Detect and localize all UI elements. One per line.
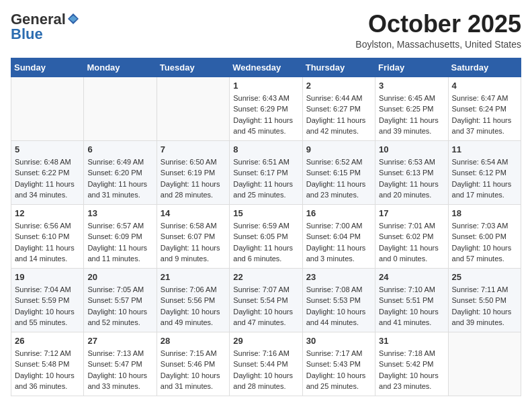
day-info: Sunrise: 7:10 AMSunset: 5:51 PMDaylight:… bbox=[379, 284, 444, 328]
weekday-header: Wednesday bbox=[230, 58, 302, 77]
weekday-header-row: SundayMondayTuesdayWednesdayThursdayFrid… bbox=[11, 58, 521, 77]
calendar-cell: 13Sunrise: 6:57 AMSunset: 6:09 PMDayligh… bbox=[84, 204, 157, 268]
daylight-text: Daylight: 10 hours and 44 minutes. bbox=[306, 306, 371, 328]
daylight-text: Daylight: 10 hours and 36 minutes. bbox=[15, 370, 80, 392]
sunrise-text: Sunrise: 6:51 AM bbox=[233, 156, 298, 168]
calendar-cell: 17Sunrise: 7:01 AMSunset: 6:02 PMDayligh… bbox=[375, 204, 448, 268]
calendar-cell: 11Sunrise: 6:54 AMSunset: 6:12 PMDayligh… bbox=[448, 140, 521, 204]
calendar-cell: 10Sunrise: 6:53 AMSunset: 6:13 PMDayligh… bbox=[375, 140, 448, 204]
daylight-text: Daylight: 10 hours and 28 minutes. bbox=[233, 370, 298, 392]
sunrise-text: Sunrise: 7:11 AM bbox=[452, 284, 517, 295]
day-number: 17 bbox=[379, 208, 444, 218]
day-info: Sunrise: 7:05 AMSunset: 5:57 PMDaylight:… bbox=[87, 284, 152, 328]
calendar-cell: 27Sunrise: 7:13 AMSunset: 5:47 PMDayligh… bbox=[84, 332, 157, 396]
weekday-header: Tuesday bbox=[157, 58, 229, 77]
daylight-text: Daylight: 10 hours and 33 minutes. bbox=[87, 370, 152, 392]
calendar-cell: 7Sunrise: 6:50 AMSunset: 6:19 PMDaylight… bbox=[157, 140, 229, 204]
calendar-cell: 6Sunrise: 6:49 AMSunset: 6:20 PMDaylight… bbox=[84, 140, 157, 204]
daylight-text: Daylight: 10 hours and 47 minutes. bbox=[233, 306, 298, 328]
day-info: Sunrise: 6:49 AMSunset: 6:20 PMDaylight:… bbox=[87, 156, 152, 201]
daylight-text: Daylight: 11 hours and 20 minutes. bbox=[379, 179, 444, 201]
calendar-cell: 5Sunrise: 6:48 AMSunset: 6:22 PMDaylight… bbox=[11, 140, 84, 204]
day-number: 5 bbox=[15, 144, 80, 154]
daylight-text: Daylight: 10 hours and 31 minutes. bbox=[161, 370, 226, 392]
daylight-text: Daylight: 10 hours and 25 minutes. bbox=[306, 370, 371, 392]
sunrise-text: Sunrise: 7:13 AM bbox=[87, 348, 152, 359]
day-info: Sunrise: 6:54 AMSunset: 6:12 PMDaylight:… bbox=[452, 156, 517, 201]
day-number: 19 bbox=[15, 272, 80, 282]
sunrise-text: Sunrise: 7:08 AM bbox=[306, 284, 371, 295]
sunset-text: Sunset: 5:57 PM bbox=[87, 295, 152, 306]
calendar-cell: 26Sunrise: 7:12 AMSunset: 5:48 PMDayligh… bbox=[11, 332, 84, 396]
day-number: 18 bbox=[452, 208, 517, 218]
day-number: 11 bbox=[452, 144, 517, 154]
daylight-text: Daylight: 11 hours and 17 minutes. bbox=[452, 179, 517, 201]
day-info: Sunrise: 6:43 AMSunset: 6:29 PMDaylight:… bbox=[233, 93, 298, 137]
sunrise-text: Sunrise: 6:49 AM bbox=[87, 156, 152, 168]
day-number: 15 bbox=[233, 208, 298, 218]
sunset-text: Sunset: 6:29 PM bbox=[233, 103, 298, 115]
daylight-text: Daylight: 11 hours and 23 minutes. bbox=[306, 179, 371, 201]
calendar-cell bbox=[448, 332, 521, 396]
day-number: 28 bbox=[161, 336, 226, 346]
sunset-text: Sunset: 6:27 PM bbox=[306, 103, 371, 115]
sunrise-text: Sunrise: 6:57 AM bbox=[87, 220, 152, 232]
day-number: 25 bbox=[452, 272, 517, 282]
sunrise-text: Sunrise: 7:01 AM bbox=[379, 220, 444, 232]
sunset-text: Sunset: 6:22 PM bbox=[15, 167, 80, 179]
calendar-cell: 25Sunrise: 7:11 AMSunset: 5:50 PMDayligh… bbox=[448, 268, 521, 332]
day-info: Sunrise: 7:06 AMSunset: 5:56 PMDaylight:… bbox=[161, 284, 226, 328]
sunset-text: Sunset: 6:02 PM bbox=[379, 231, 444, 242]
day-number: 22 bbox=[233, 272, 298, 282]
sunset-text: Sunset: 6:24 PM bbox=[452, 103, 517, 115]
sunrise-text: Sunrise: 6:47 AM bbox=[452, 93, 517, 104]
daylight-text: Daylight: 11 hours and 28 minutes. bbox=[161, 179, 226, 201]
calendar-table: SundayMondayTuesdayWednesdayThursdayFrid… bbox=[11, 58, 521, 396]
calendar-cell: 22Sunrise: 7:07 AMSunset: 5:54 PMDayligh… bbox=[230, 268, 302, 332]
daylight-text: Daylight: 11 hours and 45 minutes. bbox=[233, 115, 298, 137]
sunrise-text: Sunrise: 6:44 AM bbox=[306, 93, 371, 104]
sunset-text: Sunset: 6:17 PM bbox=[233, 167, 298, 179]
day-number: 24 bbox=[379, 272, 444, 282]
daylight-text: Daylight: 11 hours and 9 minutes. bbox=[161, 242, 226, 265]
sunrise-text: Sunrise: 6:59 AM bbox=[233, 220, 298, 232]
sunrise-text: Sunrise: 7:15 AM bbox=[161, 348, 226, 359]
daylight-text: Daylight: 10 hours and 23 minutes. bbox=[379, 370, 444, 392]
day-info: Sunrise: 7:16 AMSunset: 5:44 PMDaylight:… bbox=[233, 348, 298, 392]
sunset-text: Sunset: 6:00 PM bbox=[452, 231, 517, 242]
sunrise-text: Sunrise: 6:48 AM bbox=[15, 156, 80, 168]
day-info: Sunrise: 6:50 AMSunset: 6:19 PMDaylight:… bbox=[161, 156, 226, 201]
daylight-text: Daylight: 11 hours and 37 minutes. bbox=[452, 115, 517, 137]
calendar-cell bbox=[11, 77, 84, 140]
day-number: 9 bbox=[306, 144, 371, 154]
sunset-text: Sunset: 5:56 PM bbox=[161, 295, 226, 306]
sunrise-text: Sunrise: 7:17 AM bbox=[306, 348, 371, 359]
logo: General Blue bbox=[11, 11, 80, 43]
day-info: Sunrise: 7:18 AMSunset: 5:42 PMDaylight:… bbox=[379, 348, 444, 392]
daylight-text: Daylight: 10 hours and 55 minutes. bbox=[15, 306, 80, 328]
day-info: Sunrise: 6:48 AMSunset: 6:22 PMDaylight:… bbox=[15, 156, 80, 201]
day-info: Sunrise: 6:57 AMSunset: 6:09 PMDaylight:… bbox=[87, 220, 152, 265]
calendar-cell: 23Sunrise: 7:08 AMSunset: 5:53 PMDayligh… bbox=[302, 268, 375, 332]
calendar-cell: 1Sunrise: 6:43 AMSunset: 6:29 PMDaylight… bbox=[230, 77, 302, 140]
sunset-text: Sunset: 5:42 PM bbox=[379, 359, 444, 370]
day-info: Sunrise: 6:52 AMSunset: 6:15 PMDaylight:… bbox=[306, 156, 371, 201]
daylight-text: Daylight: 10 hours and 52 minutes. bbox=[87, 306, 152, 328]
daylight-text: Daylight: 11 hours and 3 minutes. bbox=[306, 242, 371, 265]
day-number: 16 bbox=[306, 208, 371, 218]
calendar-cell: 2Sunrise: 6:44 AMSunset: 6:27 PMDaylight… bbox=[302, 77, 375, 140]
calendar-cell: 24Sunrise: 7:10 AMSunset: 5:51 PMDayligh… bbox=[375, 268, 448, 332]
calendar-cell: 12Sunrise: 6:56 AMSunset: 6:10 PMDayligh… bbox=[11, 204, 84, 268]
daylight-text: Daylight: 10 hours and 39 minutes. bbox=[452, 306, 517, 328]
day-info: Sunrise: 7:17 AMSunset: 5:43 PMDaylight:… bbox=[306, 348, 371, 392]
day-info: Sunrise: 7:07 AMSunset: 5:54 PMDaylight:… bbox=[233, 284, 298, 328]
day-info: Sunrise: 7:13 AMSunset: 5:47 PMDaylight:… bbox=[87, 348, 152, 392]
calendar-cell: 9Sunrise: 6:52 AMSunset: 6:15 PMDaylight… bbox=[302, 140, 375, 204]
calendar-cell bbox=[157, 77, 229, 140]
sunset-text: Sunset: 5:59 PM bbox=[15, 295, 80, 306]
calendar-cell: 21Sunrise: 7:06 AMSunset: 5:56 PMDayligh… bbox=[157, 268, 229, 332]
daylight-text: Daylight: 11 hours and 42 minutes. bbox=[306, 115, 371, 137]
sunrise-text: Sunrise: 7:03 AM bbox=[452, 220, 517, 232]
sunset-text: Sunset: 6:10 PM bbox=[15, 231, 80, 242]
day-info: Sunrise: 7:00 AMSunset: 6:04 PMDaylight:… bbox=[306, 220, 371, 265]
